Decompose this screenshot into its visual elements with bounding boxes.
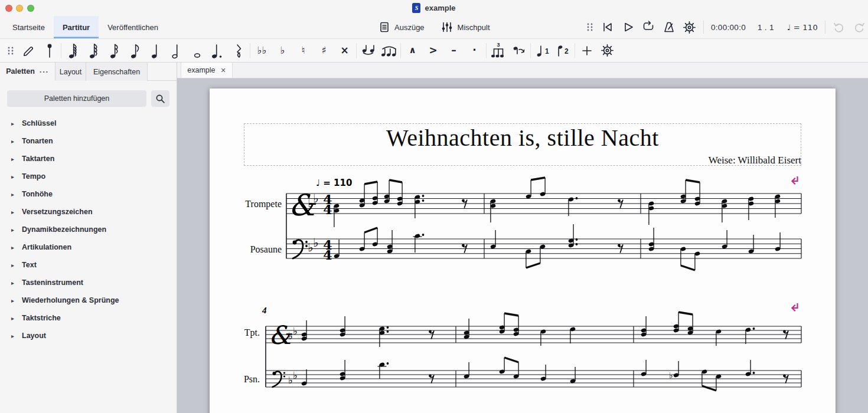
tab-partitur[interactable]: Partitur (54, 16, 99, 38)
palette-item-layout[interactable]: ▸Layout (0, 327, 177, 345)
customize-toolbar-button[interactable] (597, 41, 618, 61)
rest-button[interactable] (228, 41, 249, 61)
palette-menu-icon[interactable]: ··· (40, 67, 49, 76)
accidental-flat: ♭ (669, 371, 673, 380)
slur-button[interactable] (378, 41, 399, 61)
playback-drag-handle-icon[interactable] (586, 22, 594, 32)
palette-item-artikulationen[interactable]: ▸Artikulationen (0, 238, 177, 256)
note-input-button[interactable] (18, 41, 39, 61)
key-flat: ♭ (293, 369, 298, 381)
parts-label: Auszüge (394, 23, 425, 32)
flip-direction-button[interactable] (508, 41, 529, 61)
duration-64th-button[interactable] (63, 41, 83, 61)
metronome-button[interactable] (663, 20, 676, 34)
marcato-button[interactable]: ∧ (402, 41, 423, 61)
tab-eigenschaften[interactable]: Eigenschaften (86, 63, 148, 81)
toolbar-drag-handle-icon[interactable] (7, 45, 15, 56)
marcato-icon: ∧ (409, 46, 416, 55)
key-flat: ♭ (288, 330, 293, 342)
expand-caret-icon[interactable]: ▸ (11, 120, 14, 127)
score-page[interactable]: Weihnachten is, stille Nacht Weise: Will… (210, 88, 836, 413)
palette-item-tonhoehe[interactable]: ▸Tonhöhe (0, 185, 177, 203)
double-sharp-icon: × (340, 45, 348, 55)
expand-caret-icon[interactable]: ▸ (11, 244, 14, 251)
expand-caret-icon[interactable]: ▸ (11, 333, 14, 339)
voice-2-button[interactable]: 2 (553, 41, 573, 61)
double-flat-button[interactable]: ♭♭ (252, 41, 272, 61)
palette-search-button[interactable] (151, 90, 169, 107)
mixer-button[interactable]: Mischpult (441, 21, 490, 33)
expand-caret-icon[interactable]: ▸ (11, 227, 14, 233)
palette-item-taktstriche[interactable]: ▸Taktstriche (0, 309, 177, 327)
history-separator (825, 21, 825, 34)
tab-startseite[interactable]: Startseite (4, 16, 54, 38)
duration-half-button[interactable] (166, 41, 187, 61)
palette-list: ▸Schlüssel ▸Tonarten ▸Taktarten ▸Tempo ▸… (0, 114, 177, 345)
expand-caret-icon[interactable]: ▸ (11, 191, 14, 198)
add-palettes-button[interactable]: Paletten hinzufügen (7, 90, 146, 107)
rewind-button[interactable] (601, 20, 614, 34)
expand-caret-icon[interactable]: ▸ (11, 262, 14, 268)
playback-settings-button[interactable] (683, 21, 696, 34)
palette-item-versetzungszeichen[interactable]: ▸Versetzungszeichen (0, 203, 177, 221)
flat-icon: ♭ (280, 45, 285, 55)
playback-tempo[interactable]: ♩ = 110 (787, 23, 818, 32)
palette-item-tempo[interactable]: ▸Tempo (0, 168, 177, 185)
duration-eighth-button[interactable] (125, 41, 145, 61)
duration-16th-button[interactable] (104, 41, 125, 61)
palette-item-dynamikbezeichnungen[interactable]: ▸Dynamikbezeichnungen (0, 221, 177, 238)
accent-button[interactable]: > (423, 41, 443, 61)
palette-item-schluessel[interactable]: ▸Schlüssel (0, 114, 177, 132)
tab-paletten[interactable]: Paletten ··· (0, 63, 56, 81)
tuplet-button[interactable]: 3 (488, 41, 508, 61)
redo-button[interactable] (853, 21, 866, 34)
tab-layout[interactable]: Layout (56, 63, 86, 81)
tab-paletten-label: Paletten (6, 67, 35, 76)
tenuto-button[interactable]: – (443, 41, 464, 61)
sidebar: Paletten ··· Layout Eigenschaften Palett… (0, 63, 177, 413)
window-title: S example (0, 3, 868, 13)
note-input-cursor-button[interactable] (39, 41, 60, 61)
staccato-button[interactable]: · (464, 41, 485, 61)
slur-icon (380, 44, 398, 58)
expand-caret-icon[interactable]: ▸ (11, 315, 14, 322)
palette-item-tonarten[interactable]: ▸Tonarten (0, 132, 177, 150)
expand-caret-icon[interactable]: ▸ (11, 173, 14, 180)
music-notation[interactable]: & ♭ ♭ ♭ ♭ 4 4 4 4 (210, 88, 836, 413)
score-canvas[interactable]: Weihnachten is, stille Nacht Weise: Will… (177, 78, 868, 413)
svg-text:4: 4 (323, 202, 332, 217)
expand-caret-icon[interactable]: ▸ (11, 138, 14, 145)
play-button[interactable] (621, 20, 634, 34)
bass-clef (293, 240, 308, 258)
bass-clef (273, 372, 286, 387)
duration-32nd-button[interactable] (83, 41, 104, 61)
voice-1-button[interactable]: 1 (532, 41, 553, 61)
sharp-button[interactable]: ♯ (314, 41, 334, 61)
loop-playback-button[interactable] (641, 20, 655, 34)
expand-caret-icon[interactable]: ▸ (11, 156, 14, 162)
add-button[interactable] (576, 41, 597, 61)
undo-button[interactable] (833, 21, 846, 34)
palette-item-tasteninstrument[interactable]: ▸Tasteninstrument (0, 274, 177, 291)
palette-item-wiederholungen[interactable]: ▸Wiederholungen & Sprünge (0, 291, 177, 309)
playback-separator (703, 21, 704, 34)
augmentation-dot-button[interactable] (207, 41, 228, 61)
tab-veroeffentlichen[interactable]: Veröffentlichen (99, 16, 167, 38)
expand-caret-icon[interactable]: ▸ (11, 297, 14, 304)
tie-button[interactable] (358, 41, 378, 61)
expand-caret-icon[interactable]: ▸ (11, 209, 14, 215)
window-title-text: example (425, 4, 455, 12)
expand-caret-icon[interactable]: ▸ (11, 280, 14, 286)
gear-icon (601, 44, 614, 57)
close-tab-icon[interactable]: ✕ (221, 67, 226, 74)
duration-whole-button[interactable] (187, 41, 207, 61)
palette-item-taktarten[interactable]: ▸Taktarten (0, 150, 177, 168)
score-tab-example[interactable]: example ✕ (181, 63, 233, 78)
flat-button[interactable]: ♭ (272, 41, 293, 61)
double-sharp-button[interactable]: × (334, 41, 355, 61)
sharp-icon: ♯ (321, 45, 326, 55)
duration-quarter-button[interactable] (145, 41, 166, 61)
natural-button[interactable]: ♮ (293, 41, 314, 61)
parts-button[interactable]: Auszüge (379, 21, 425, 33)
palette-item-text[interactable]: ▸Text (0, 256, 177, 274)
